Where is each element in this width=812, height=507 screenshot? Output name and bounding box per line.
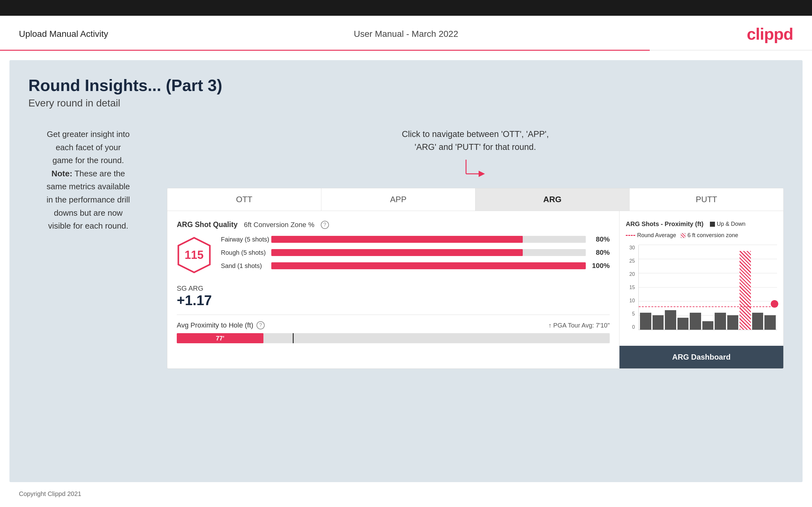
proximity-bar-fill: 77' [177,333,263,343]
tab-app[interactable]: APP [321,188,475,211]
proximity-cursor [293,333,294,343]
header: Upload Manual Activity User Manual - Mar… [0,16,812,50]
desc-line3: game for the round. [53,156,124,165]
dashed-reference-line: 8 [639,306,777,307]
y-label-25: 25 [629,258,635,264]
hex-number: 115 [185,248,204,262]
proximity-bar: 77' [177,333,610,343]
dashed-line-dot [771,300,778,308]
chart-header: ARG Shots - Proximity (ft) Up & Down Rou… [626,220,777,239]
shot-bar-sand [271,262,586,269]
page-title: Round Insights... (Part 3) [29,76,783,95]
legend-up-down: Up & Down [710,221,746,227]
bar-5 [690,245,701,330]
y-label-0: 0 [632,324,635,330]
hex-badge: 115 [177,236,211,274]
clippd-logo: clippd [747,24,793,44]
nav-arrow-icon [463,157,488,182]
hex-badge-wrapper: 115 Fairway (5 shots) 80% [177,235,610,275]
legend-hatched-icon [680,233,686,238]
legend-round-avg: Round Average [626,232,676,239]
proximity-label: Avg Proximity to Hole (ft) [177,321,253,329]
y-label-30: 30 [629,245,635,251]
proximity-value: 77' [216,335,224,342]
y-label-20: 20 [629,272,635,277]
shot-row-rough: Rough (5 shots) 80% [221,248,610,257]
bar-8 [727,245,739,330]
pga-avg: ↑ PGA Tour Avg: 7'10" [548,322,610,329]
bar-10 [752,245,763,330]
top-bar [0,0,812,16]
tabs: OTT APP ARG PUTT [167,188,783,211]
legend-up-down-label: Up & Down [717,221,746,227]
bar-7 [715,245,726,330]
shot-bar-fairway [271,236,586,243]
bar-6 [702,245,714,330]
chart-y-axis: 30 25 20 15 10 5 0 [626,245,637,330]
legend-dashed-icon [626,235,635,236]
content-row: Get greater insight into each facet of y… [29,128,783,369]
header-divider [0,50,812,51]
desc-line8: visible for each round. [48,221,128,230]
sg-value: +1.17 [177,292,610,308]
svg-marker-2 [478,171,485,177]
card-right-panel: ARG Shots - Proximity (ft) Up & Down Rou… [619,211,783,369]
annotation-line2: 'ARG' and 'PUTT' for that round. [415,142,536,152]
shot-bar-rough [271,249,586,256]
user-manual-date: User Manual - March 2022 [354,29,458,39]
bar-chart: 30 25 20 15 10 5 0 [626,245,777,339]
annotation-line1: Click to navigate between 'OTT', 'APP', [402,129,549,139]
shot-row-fairway: Fairway (5 shots) 80% [221,235,610,243]
shot-pct-rough: 80% [591,248,610,257]
chart-title: ARG Shots - Proximity (ft) [626,220,704,228]
card-annotation-wrapper: Click to navigate between 'OTT', 'APP', … [167,128,783,369]
sg-section: SG ARG +1.17 [177,284,610,308]
proximity-header: Avg Proximity to Hole (ft) ? ↑ PGA Tour … [177,321,610,329]
bar-9-hatched [740,245,751,330]
bar-2 [653,245,664,330]
bar-11 [764,245,776,330]
shot-pct-sand: 100% [591,262,610,270]
shot-quality-list: Fairway (5 shots) 80% Rough (5 shots) [221,235,610,275]
arg-dashboard-button[interactable]: ARG Dashboard [619,346,783,369]
section-sublabel: 6ft Conversion Zone % [244,221,314,229]
proximity-title: Avg Proximity to Hole (ft) ? [177,321,265,329]
bars-container [639,245,777,330]
legend-6ft-label: 6 ft conversion zone [688,232,738,239]
y-label-15: 15 [629,285,635,290]
left-panel: Get greater insight into each facet of y… [29,128,148,233]
bar-1 [640,245,651,330]
desc-line2: each facet of your [56,143,121,152]
upload-manual-label: Upload Manual Activity [19,29,108,39]
legend-round-avg-label: Round Average [637,232,676,239]
card: OTT APP ARG PUTT ARG Shot Quality 6ft Co… [167,188,783,369]
footer-copyright: Copyright Clippd 2021 [19,490,81,498]
bar-4 [677,245,689,330]
section-label: ARG Shot Quality [177,220,238,229]
shot-label-fairway: Fairway (5 shots) [221,236,271,243]
help-icon[interactable]: ? [321,221,329,229]
tab-ott[interactable]: OTT [167,188,321,211]
legend-6ft: 6 ft conversion zone [680,232,738,239]
shot-label-sand: Sand (1 shots) [221,262,271,270]
main-content: Round Insights... (Part 3) Every round i… [9,60,803,482]
shot-pct-fairway: 80% [591,235,610,243]
shot-label-rough: Rough (5 shots) [221,249,271,256]
proximity-section: Avg Proximity to Hole (ft) ? ↑ PGA Tour … [177,315,610,343]
card-left-panel: ARG Shot Quality 6ft Conversion Zone % ?… [167,211,619,369]
card-body: ARG Shot Quality 6ft Conversion Zone % ?… [167,211,783,369]
desc-line7: downs but are now [54,208,122,218]
tab-arg[interactable]: ARG [475,188,629,211]
tab-putt[interactable]: PUTT [629,188,783,211]
desc-line1: Get greater insight into [47,129,130,139]
shot-row-sand: Sand (1 shots) 100% [221,262,610,270]
bar-3 [665,245,676,330]
y-label-5: 5 [632,311,635,317]
page-subtitle: Every round in detail [29,97,783,109]
proximity-help-icon[interactable]: ? [256,321,265,329]
desc-note: Note: [51,169,72,178]
desc-line5: same metrics available [47,182,130,191]
desc-line4: These are the [72,169,125,178]
sg-label: SG ARG [177,284,610,292]
desc-line6: in the performance drill [47,195,130,204]
